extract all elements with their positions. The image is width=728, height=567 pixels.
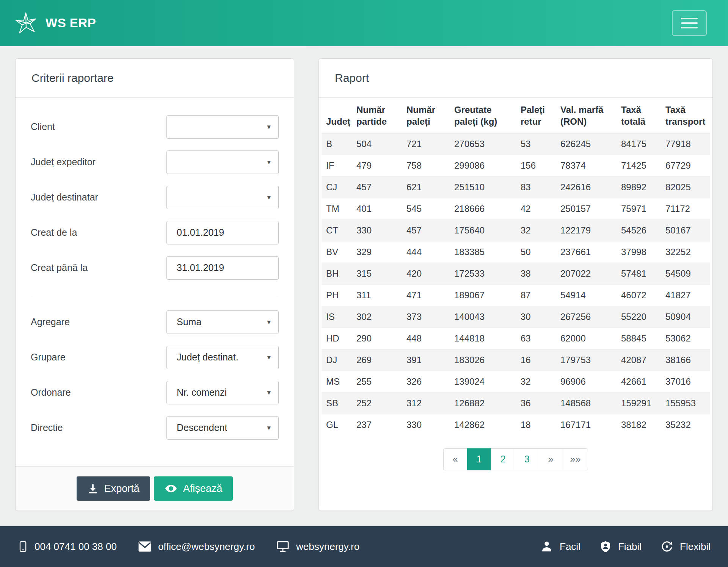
table-cell: 58845 [618,327,662,349]
table-cell: 54914 [557,284,618,306]
table-cell: IS [322,306,353,327]
ordonare-select-value: Nr. comenzi [177,387,227,398]
table-cell: GL [322,414,353,435]
chevron-down-icon: ▾ [267,193,271,202]
table-cell: 721 [403,133,451,155]
show-button-label: Afișează [183,483,223,495]
table-row: IF479758299086156783747142567729 [322,155,710,176]
table-cell: 267256 [557,306,618,327]
table-cell: 50904 [662,306,710,327]
judet-destinatar-label: Județ destinatar [31,192,98,203]
judet-expeditor-select[interactable]: ▾ [166,150,279,174]
table-cell: 42087 [618,349,662,371]
table-cell: 96906 [557,371,618,392]
agregare-select[interactable]: Suma▾ [166,310,279,334]
column-header: Val. marfă (RON) [557,98,618,133]
creat-de-la-input[interactable] [166,221,279,244]
table-cell: 38182 [618,414,662,435]
table-cell: 35232 [662,414,710,435]
table-cell: 142862 [451,414,518,435]
form-row-ordonare: OrdonareNr. comenzi▾ [31,381,279,404]
pagination-page-1[interactable]: 1 [467,448,491,470]
chevron-down-icon: ▾ [267,353,271,362]
chevron-down-icon: ▾ [267,122,271,131]
column-header: Taxă transport [662,98,710,133]
table-cell: 148568 [557,392,618,414]
grupare-select-value: Județ destinat. [177,352,238,363]
table-cell: 183026 [451,349,518,371]
judet-destinatar-select[interactable]: ▾ [166,186,279,209]
table-cell: 54526 [618,219,662,241]
directie-select[interactable]: Descendent▾ [166,416,279,440]
logo-star-icon [14,12,37,34]
table-row: GL237330142862181671713818235232 [322,414,710,435]
table-cell: 67729 [662,155,710,176]
footer-contact: 004 0741 00 38 00 office@websynergy.ro w… [17,540,359,553]
footer-website-text: websynergy.ro [296,541,359,553]
pagination-next[interactable]: » [539,448,563,470]
creat-pana-la-input[interactable] [166,256,279,280]
agregare-label: Agregare [31,316,70,327]
table-cell: 32 [518,219,557,241]
brand-name: WS ERP [46,16,96,30]
report-header-row: JudețNumăr partideNumăr palețiGreutate p… [322,98,710,133]
criteria-fields: Client▾Județ expeditor▾Județ destinatar▾… [16,98,294,463]
pagination: «123»»» [322,448,710,470]
form-row-judet-expeditor: Județ expeditor▾ [31,150,279,174]
grupare-select[interactable]: Județ destinat.▾ [166,346,279,369]
table-cell: 444 [403,241,451,263]
show-button[interactable]: Afișează [154,476,233,501]
pagination-first[interactable]: « [443,448,468,470]
table-cell: 32 [518,371,557,392]
table-cell: 167171 [557,414,618,435]
table-row: SB25231212688236148568159291155953 [322,392,710,414]
table-cell: CT [322,219,353,241]
table-cell: 42661 [618,371,662,392]
chevron-down-icon: ▾ [267,388,271,397]
table-cell: 78374 [557,155,618,176]
agregare-select-value: Suma [177,316,201,327]
pagination-last[interactable]: »» [563,448,588,470]
creat-pana-la-label: Creat până la [31,262,88,273]
table-row: MS25532613902432969064266137016 [322,371,710,392]
table-cell: 83 [518,176,557,198]
monitor-icon [276,540,290,553]
directie-label: Directie [31,422,63,433]
hamburger-line [681,18,698,19]
table-cell: 626245 [557,133,618,155]
table-cell: 42 [518,198,557,219]
form-row-client: Client▾ [31,115,279,139]
table-cell: 315 [353,263,403,284]
column-header: Număr paleți [403,98,451,133]
column-header: Greutate paleți (kg) [451,98,518,133]
report-table-wrap: JudețNumăr partideNumăr palețiGreutate p… [319,98,712,484]
report-rows: B504721270653536262458417577918IF4797582… [322,133,710,435]
footer-website[interactable]: websynergy.ro [276,540,359,553]
directie-select-value: Descendent [177,422,227,433]
export-button[interactable]: Exportă [77,476,150,501]
table-cell: BH [322,263,353,284]
ordonare-select[interactable]: Nr. comenzi▾ [166,381,279,404]
table-cell: CJ [322,176,353,198]
table-cell: 207022 [557,263,618,284]
table-cell: 62000 [557,327,618,349]
pagination-page-3[interactable]: 3 [515,448,539,470]
footer-features: Facil Fiabil Flexibil [540,540,711,553]
table-cell: 401 [353,198,403,219]
pagination-page-2[interactable]: 2 [491,448,515,470]
hamburger-menu-button[interactable] [672,10,707,36]
table-cell: 139024 [451,371,518,392]
footer-email[interactable]: office@websynergy.ro [138,541,255,553]
shield-icon [599,540,612,553]
table-cell: 32252 [662,241,710,263]
table-cell: 504 [353,133,403,155]
feature-flexibil-label: Flexibil [680,541,711,553]
table-cell: 75971 [618,198,662,219]
table-cell: 38 [518,263,557,284]
table-cell: MS [322,371,353,392]
client-select[interactable]: ▾ [166,115,279,139]
table-cell: 179753 [557,349,618,371]
table-cell: 299086 [451,155,518,176]
table-cell: 457 [353,176,403,198]
table-cell: 311 [353,284,403,306]
